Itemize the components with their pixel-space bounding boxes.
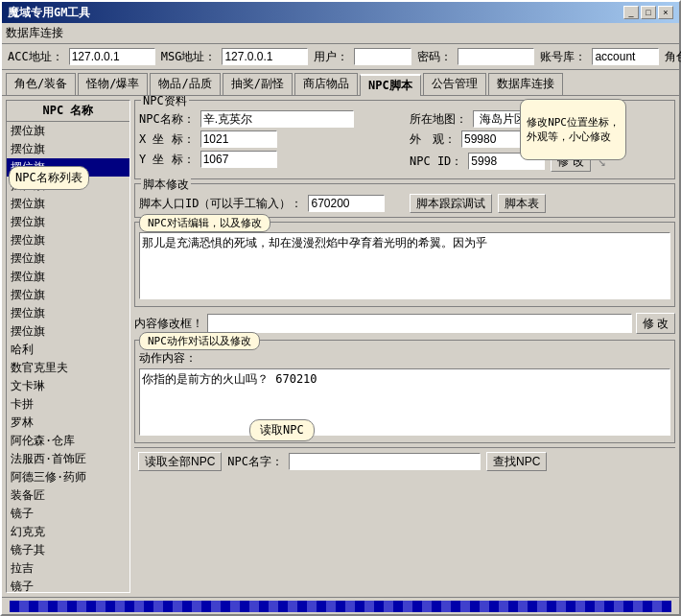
status-bar: [2, 597, 679, 614]
list-item[interactable]: 阿伦森·仓库: [7, 432, 129, 450]
pwd-label: 密码：: [417, 49, 452, 65]
script-label: 脚本修改: [141, 177, 191, 193]
script-id-row: 脚本人口ID（可以手工输入）： 脚本跟踪调试 脚本表: [139, 194, 670, 213]
list-item[interactable]: 罗林: [7, 414, 129, 432]
read-all-npc-button[interactable]: 读取全部NPC: [138, 452, 222, 471]
npc-id-label: NPC ID：: [410, 154, 462, 170]
list-item[interactable]: 摆位旗: [7, 249, 129, 268]
main-window: 魔域专用GM工具 _ □ × 数据库连接 ACC地址： MSG地址： 用户： 密…: [0, 0, 681, 616]
acc-bar: ACC地址： MSG地址： 用户： 密码： 账号库： 角色库： 断开: [2, 44, 679, 70]
npc-name-row: NPC名称：: [139, 110, 400, 128]
list-item[interactable]: 摆位旗: [7, 286, 129, 304]
callout-arrow: ↘: [599, 154, 606, 169]
account-input[interactable]: [592, 48, 659, 65]
tab-npc-script[interactable]: NPC脚本: [360, 74, 421, 96]
action-section: NPC动作对话以及修改 动作内容： 你指的是前方的火山吗？ 670210: [134, 340, 675, 443]
tab-shop-items[interactable]: 商店物品: [294, 73, 358, 95]
content-edit-input[interactable]: [207, 314, 632, 333]
acc-input[interactable]: [69, 48, 155, 65]
npc-name-search-label: NPC名字：: [227, 454, 283, 470]
content-modify-button[interactable]: 修 改: [636, 313, 675, 334]
user-input[interactable]: [354, 48, 411, 65]
list-item[interactable]: 镜子: [7, 505, 129, 523]
user-label: 用户：: [314, 49, 348, 65]
tab-announcement[interactable]: 公告管理: [423, 73, 486, 95]
list-item[interactable]: 装备匠: [7, 486, 129, 505]
y-coord-label: Y 坐 标：: [139, 152, 195, 168]
x-coord-input[interactable]: [200, 130, 277, 148]
npc-name-input[interactable]: [200, 110, 354, 128]
main-content: NPC 名称 摆位旗 摆位旗 摆位旗 摆位旗 摆位旗 摆位旗 摆位旗 摆位旗 摆…: [2, 96, 679, 597]
action-content-label: 动作内容：: [139, 350, 670, 367]
list-item[interactable]: 阿德三修·药师: [7, 468, 129, 486]
tab-db-connect[interactable]: 数据库连接: [488, 73, 563, 95]
minimize-button[interactable]: _: [623, 6, 639, 19]
menu-db-connect[interactable]: 数据库连接: [6, 26, 63, 39]
list-item[interactable]: 摆位旗: [7, 122, 129, 140]
title-bar: 魔域专用GM工具 _ □ ×: [2, 2, 679, 23]
right-panel: NPC资料 修改NPC位置坐标，外观等，小心修改 ↘ NPC名称： X 坐 标：: [134, 100, 675, 593]
window-title: 魔域专用GM工具: [8, 5, 90, 21]
list-item[interactable]: 摆位旗: [7, 213, 129, 231]
account-label: 账号库：: [540, 49, 586, 65]
maximize-button[interactable]: □: [641, 6, 656, 19]
x-coord-row: X 坐 标：: [139, 130, 400, 148]
dialog-section: NPC对话编辑，以及修改 那儿是充满恐惧的死域，却在漫漫烈焰中孕育着光明的希翼。…: [134, 222, 675, 307]
read-npc-callout: 读取NPC: [249, 419, 315, 441]
tab-lottery[interactable]: 抽奖/副怪: [223, 73, 293, 95]
y-coord-input[interactable]: [200, 151, 277, 168]
search-npc-button[interactable]: 查找NPC: [486, 452, 547, 471]
appearance-label: 外 观：: [410, 131, 456, 148]
list-item[interactable]: 摆位旗: [7, 231, 129, 249]
npc-data-label: NPC资料: [141, 96, 189, 109]
debug-button[interactable]: 脚本跟踪调试: [410, 194, 492, 213]
list-item[interactable]: 摆位旗: [7, 195, 129, 213]
list-item[interactable]: 镜子: [7, 578, 129, 592]
tabs-bar: 角色/装备 怪物/爆率 物品/品质 抽奖/副怪 商店物品 NPC脚本 公告管理 …: [2, 70, 679, 96]
list-item[interactable]: 哈利: [7, 341, 129, 359]
npc-list-header: NPC 名称: [7, 101, 129, 122]
list-item[interactable]: 摆位旗: [7, 304, 129, 322]
npc-list-scroll[interactable]: 摆位旗 摆位旗 摆位旗 摆位旗 摆位旗 摆位旗 摆位旗 摆位旗 摆位旗 摆位旗 …: [7, 122, 129, 592]
list-item[interactable]: 摆位旗: [7, 268, 129, 286]
script-section: 脚本修改 脚本人口ID（可以手工输入）： 脚本跟踪调试 脚本表: [134, 183, 675, 218]
bottom-bar: 读取NPC 读取全部NPC NPC名字： 查找NPC: [134, 447, 675, 475]
close-button[interactable]: ×: [658, 6, 673, 19]
acc-label: ACC地址：: [8, 49, 63, 65]
script-id-input[interactable]: [308, 195, 385, 212]
dialog-textarea[interactable]: 那儿是充满恐惧的死域，却在漫漫烈焰中孕育着光明的希翼。因为乎: [139, 232, 670, 299]
title-bar-buttons: _ □ ×: [623, 6, 673, 19]
tab-role-equipment[interactable]: 角色/装备: [6, 73, 76, 95]
tab-monster-drop[interactable]: 怪物/爆率: [78, 73, 148, 95]
npc-info-left: NPC名称： X 坐 标： Y 坐 标：: [139, 110, 400, 171]
list-item[interactable]: 摆位旗: [7, 322, 129, 341]
msg-input[interactable]: [222, 48, 308, 65]
npc-data-group: NPC资料 修改NPC位置坐标，外观等，小心修改 ↘ NPC名称： X 坐 标：: [134, 100, 675, 179]
list-item[interactable]: 卡拼: [7, 395, 129, 414]
list-item[interactable]: 摆位旗: [7, 140, 129, 158]
list-item[interactable]: 幻克克: [7, 523, 129, 541]
y-coord-row: Y 坐 标：: [139, 151, 400, 168]
pwd-input[interactable]: [458, 48, 534, 65]
tab-item-quality[interactable]: 物品/品质: [150, 73, 220, 95]
x-coord-label: X 坐 标：: [139, 131, 195, 148]
list-item[interactable]: 镜子其: [7, 541, 129, 559]
action-textarea[interactable]: 你指的是前方的火山吗？ 670210: [139, 368, 670, 436]
list-item[interactable]: 拉吉: [7, 559, 129, 578]
npc-name-label: NPC名称：: [139, 111, 195, 128]
menu-bar: 数据库连接: [2, 23, 679, 44]
list-item[interactable]: 数官克里夫: [7, 359, 129, 377]
npc-pos-callout: 修改NPC位置坐标，外观等，小心修改 ↘: [520, 99, 626, 160]
list-item[interactable]: 法服西·首饰匠: [7, 450, 129, 468]
script-id-label: 脚本人口ID（可以手工输入）：: [139, 196, 302, 212]
npc-list-panel: NPC 名称 摆位旗 摆位旗 摆位旗 摆位旗 摆位旗 摆位旗 摆位旗 摆位旗 摆…: [6, 100, 130, 593]
npc-name-search-input[interactable]: [289, 453, 481, 470]
msg-label: MSG地址：: [161, 49, 217, 65]
map-label: 所在地图：: [410, 111, 467, 128]
list-item[interactable]: 文卡琳: [7, 377, 129, 395]
status-progressbar: [10, 601, 671, 612]
role-label: 角色库：: [665, 49, 681, 65]
content-edit-label: 内容修改框！: [134, 316, 203, 332]
npc-list-callout: NPC名称列表: [9, 166, 89, 190]
script-table-button[interactable]: 脚本表: [498, 194, 546, 213]
